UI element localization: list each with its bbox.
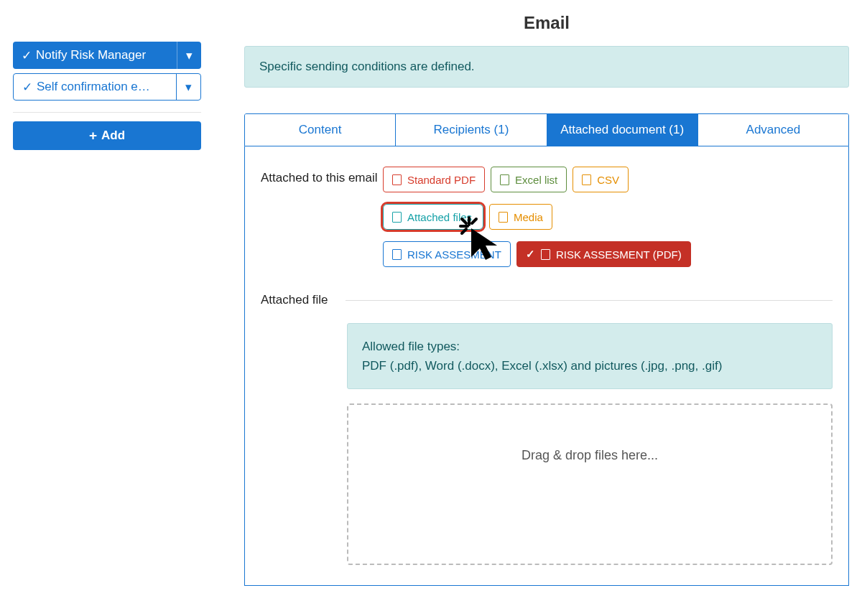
- file-word-icon: [392, 249, 402, 260]
- tab-panel-attached: Attached to this email Standard PDF Exce…: [244, 146, 849, 586]
- tab-attached-document[interactable]: Attached document (1): [547, 114, 698, 146]
- conditions-info-text: Specific sending conditions are defined.: [259, 60, 475, 73]
- chip-csv[interactable]: CSV: [573, 167, 629, 192]
- allowed-text: PDF (.pdf), Word (.docx), Excel (.xlsx) …: [362, 356, 817, 375]
- sidebar-item-notify-risk-manager[interactable]: ✓ Notify Risk Manager ▾: [13, 42, 201, 69]
- plus-icon: +: [89, 128, 97, 144]
- tabs: Content Recipients (1) Attached document…: [244, 113, 849, 146]
- check-icon: ✓: [526, 248, 535, 261]
- file-pdf-icon: [392, 174, 402, 185]
- file-pdf-icon: [541, 249, 550, 260]
- sidebar: ✓ Notify Risk Manager ▾ ✓ Self confirmat…: [13, 13, 201, 586]
- chip-excel-list[interactable]: Excel list: [491, 167, 567, 192]
- attached-file-label: Attached file: [261, 293, 328, 307]
- caret-down-icon[interactable]: ▾: [176, 74, 200, 100]
- chip-standard-pdf[interactable]: Standard PDF: [383, 167, 485, 192]
- tab-advanced[interactable]: Advanced: [698, 114, 848, 146]
- check-icon: ✓: [22, 48, 32, 63]
- sidebar-item-label: Self confirmation e…: [37, 80, 150, 94]
- chip-media[interactable]: Media: [489, 204, 552, 230]
- chip-attached-files[interactable]: Attached files: [383, 204, 483, 230]
- file-media-icon: [499, 212, 508, 223]
- drop-hint-text: Drag & drop files here...: [522, 448, 658, 463]
- attachment-chip-group: Standard PDF Excel list CSV Attached fil…: [383, 167, 833, 267]
- section-divider: [346, 300, 833, 301]
- chip-risk-assesment[interactable]: RISK ASSESMENT: [383, 241, 511, 267]
- allowed-title: Allowed file types:: [362, 337, 817, 356]
- chip-risk-assesment-pdf[interactable]: ✓ RISK ASSESMENT (PDF): [516, 241, 691, 267]
- conditions-info-box: Specific sending conditions are defined.: [244, 46, 849, 88]
- file-excel-icon: [500, 174, 509, 185]
- file-csv-icon: [582, 174, 591, 185]
- caret-down-icon[interactable]: ▾: [177, 42, 201, 69]
- sidebar-item-self-confirmation[interactable]: ✓ Self confirmation e… ▾: [13, 73, 201, 101]
- attached-to-email-label: Attached to this email: [261, 167, 383, 267]
- file-drop-zone[interactable]: Drag & drop files here...: [347, 403, 833, 565]
- tab-recipients[interactable]: Recipients (1): [396, 114, 547, 146]
- sidebar-item-label: Notify Risk Manager: [36, 48, 146, 62]
- sidebar-divider: [13, 112, 201, 113]
- add-button[interactable]: + Add: [13, 121, 201, 150]
- file-icon: [392, 212, 402, 223]
- allowed-file-types-box: Allowed file types: PDF (.pdf), Word (.d…: [347, 323, 833, 389]
- check-icon: ✓: [22, 80, 32, 95]
- page-title: Email: [244, 13, 849, 33]
- main-content: Email Specific sending conditions are de…: [244, 13, 849, 586]
- add-button-label: Add: [101, 129, 125, 143]
- tab-content[interactable]: Content: [245, 114, 396, 146]
